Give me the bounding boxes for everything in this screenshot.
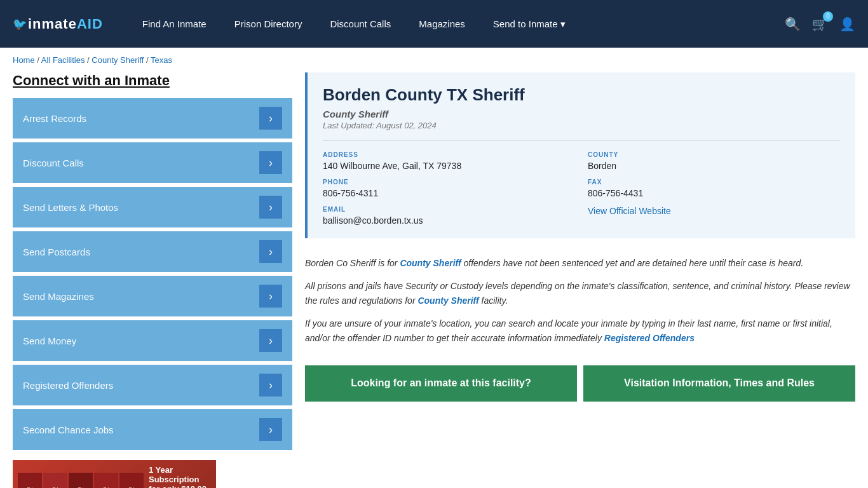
main-nav: Find An Inmate Prison Directory Discount…: [128, 18, 785, 30]
header: 🐦 inmateAID Find An Inmate Prison Direct…: [0, 0, 868, 48]
arrow-icon: ›: [259, 196, 282, 219]
main-layout: Connect with an Inmate Arrest Records › …: [0, 72, 868, 488]
facility-fax: 806-756-4431: [588, 188, 840, 198]
logo-text: inmateAID: [28, 16, 103, 32]
facility-updated: Last Updated: August 02, 2024: [323, 121, 840, 130]
county-sheriff-link-2[interactable]: County Sheriff: [417, 295, 478, 306]
arrow-icon: ›: [259, 418, 282, 441]
county-block: COUNTY Borden: [588, 151, 840, 171]
ad-banner: Rd Rd Rd Rd Rd Rd 1 Year Subscription fo…: [13, 460, 216, 488]
website-block: View Official Website: [588, 206, 840, 226]
magazine-thumbs: Rd Rd Rd Rd Rd: [18, 473, 144, 488]
arrow-icon: ›: [259, 285, 282, 308]
nav-find-inmate[interactable]: Find An Inmate: [128, 18, 220, 29]
logo[interactable]: 🐦 inmateAID: [13, 16, 103, 32]
breadcrumb-all-facilities[interactable]: All Facilities: [41, 55, 85, 65]
ad-rd-logo: Rd: [149, 460, 211, 464]
registered-offenders-link[interactable]: Registered Offenders: [604, 333, 695, 343]
sidebar-title: Connect with an Inmate: [13, 72, 292, 89]
sidebar-item-registered-offenders[interactable]: Registered Offenders ›: [13, 365, 292, 405]
description-para-2: All prisons and jails have Security or C…: [305, 279, 855, 308]
header-icons: 🔍 🛒 0 👤: [785, 17, 855, 32]
arrow-icon: ›: [259, 329, 282, 352]
address-block: ADDRESS 140 Wilbourne Ave, Gail, TX 7973…: [323, 151, 575, 171]
sidebar-item-second-chance-jobs[interactable]: Second Chance Jobs ›: [13, 409, 292, 450]
facility-county: Borden: [588, 161, 840, 171]
arrow-icon: ›: [259, 240, 282, 263]
arrow-icon: ›: [259, 107, 282, 130]
sidebar-item-send-money[interactable]: Send Money ›: [13, 320, 292, 361]
sidebar-item-send-letters[interactable]: Send Letters & Photos ›: [13, 187, 292, 227]
visitation-button[interactable]: Visitation Information, Times and Rules: [583, 365, 855, 402]
sidebar-item-discount-calls[interactable]: Discount Calls ›: [13, 142, 292, 183]
arrow-icon: ›: [259, 151, 282, 174]
facility-email: ballison@co.borden.tx.us: [323, 215, 575, 226]
nav-magazines[interactable]: Magazines: [405, 18, 479, 29]
breadcrumb-texas[interactable]: Texas: [151, 55, 172, 65]
arrow-icon: ›: [259, 374, 282, 396]
nav-send-to-inmate[interactable]: Send to Inmate ▾: [479, 18, 580, 30]
phone-block: PHONE 806-756-4311: [323, 179, 575, 198]
breadcrumb: Home / All Facilities / County Sheriff /…: [0, 48, 868, 72]
sidebar: Connect with an Inmate Arrest Records › …: [13, 72, 292, 488]
facility-address: 140 Wilbourne Ave, Gail, TX 79738: [323, 161, 575, 171]
logo-bird-icon: 🐦: [13, 17, 27, 31]
cart-badge: 0: [823, 11, 833, 22]
facility-name: Borden County TX Sheriff: [323, 85, 840, 105]
view-official-website-link[interactable]: View Official Website: [588, 206, 671, 216]
content-area: Borden County TX Sheriff County Sheriff …: [305, 72, 855, 488]
facility-details: ADDRESS 140 Wilbourne Ave, Gail, TX 7973…: [323, 140, 840, 226]
email-block: EMAIL ballison@co.borden.tx.us: [323, 206, 575, 226]
county-sheriff-link-1[interactable]: County Sheriff: [400, 258, 461, 268]
sidebar-item-send-postcards[interactable]: Send Postcards ›: [13, 231, 292, 272]
breadcrumb-home[interactable]: Home: [13, 55, 35, 65]
facility-type: County Sheriff: [323, 109, 840, 119]
description-para-1: Borden Co Sheriff is for County Sheriff …: [305, 256, 855, 270]
user-icon[interactable]: 👤: [839, 17, 855, 32]
nav-discount-calls[interactable]: Discount Calls: [316, 18, 405, 29]
search-icon[interactable]: 🔍: [785, 17, 801, 32]
cart-icon[interactable]: 🛒 0: [812, 17, 828, 32]
breadcrumb-county-sheriff[interactable]: County Sheriff: [92, 55, 144, 65]
facility-card: Borden County TX Sheriff County Sheriff …: [305, 72, 855, 238]
bottom-buttons: Looking for an inmate at this facility? …: [305, 365, 855, 402]
fax-block: FAX 806-756-4431: [588, 179, 840, 198]
ad-text: Rd 1 Year Subscription for only $19.98 E…: [149, 460, 211, 488]
description-para-3: If you are unsure of your inmate's locat…: [305, 316, 855, 345]
sidebar-item-arrest-records[interactable]: Arrest Records ›: [13, 98, 292, 139]
facility-phone: 806-756-4311: [323, 188, 575, 198]
find-inmate-button[interactable]: Looking for an inmate at this facility?: [305, 365, 577, 402]
sidebar-item-send-magazines[interactable]: Send Magazines ›: [13, 276, 292, 316]
facility-description: Borden Co Sheriff is for County Sheriff …: [305, 251, 855, 359]
nav-prison-directory[interactable]: Prison Directory: [220, 18, 316, 29]
